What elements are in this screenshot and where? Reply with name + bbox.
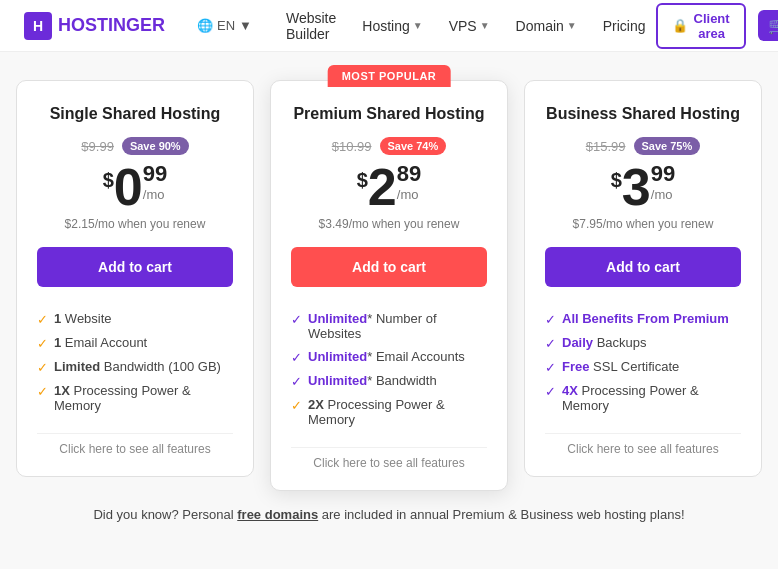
feature-item: ✓ 1 Website xyxy=(37,307,233,331)
feature-bold: Unlimited xyxy=(308,311,367,326)
see-all-features-link[interactable]: Click here to see all features xyxy=(545,433,741,456)
free-domains-link[interactable]: free domains xyxy=(237,507,318,522)
see-all-features-link[interactable]: Click here to see all features xyxy=(291,447,487,470)
price-display: $ 3 99 /mo xyxy=(545,161,741,213)
price-dollar: $ xyxy=(103,169,114,192)
feature-bold: Unlimited xyxy=(308,373,367,388)
feature-bold: Limited xyxy=(54,359,100,374)
check-icon: ✓ xyxy=(37,384,48,399)
feature-text: Bandwidth (100 GB) xyxy=(100,359,221,374)
feature-bold: Daily xyxy=(562,335,593,350)
check-icon: ✓ xyxy=(291,350,302,365)
feature-item: ✓ All Benefits From Premium xyxy=(545,307,741,331)
nav-link-label: Hosting xyxy=(362,18,409,34)
feature-item: ✓ Daily Backups xyxy=(545,331,741,355)
main-content: Single Shared Hosting $9.99 Save 90% $ 0… xyxy=(0,52,778,568)
feature-item: ✓ 2X Processing Power & Memory xyxy=(291,393,487,431)
pricing-card-single: Single Shared Hosting $9.99 Save 90% $ 0… xyxy=(16,80,254,477)
cart-icon: 🛒 xyxy=(768,17,778,34)
chevron-down-icon: ▼ xyxy=(567,20,577,31)
see-all-features-link[interactable]: Click here to see all features xyxy=(37,433,233,456)
logo-icon: H xyxy=(24,12,52,40)
nav-actions: 🔒 Client area 🛒 1 xyxy=(656,3,778,49)
feature-text: SSL Certificate xyxy=(589,359,679,374)
feature-bold: 1X xyxy=(54,383,70,398)
navbar: H HOSTINGER 🌐 EN ▼ Website Builder Hosti… xyxy=(0,0,778,52)
feature-item: ✓ 1 Email Account xyxy=(37,331,233,355)
language-label: EN xyxy=(217,18,235,33)
chevron-down-icon: ▼ xyxy=(413,20,423,31)
feature-item: ✓ Unlimited* Number of Websites xyxy=(291,307,487,345)
feature-bold: Unlimited xyxy=(308,349,367,364)
feature-text: Processing Power & Memory xyxy=(308,397,445,427)
chevron-down-icon: ▼ xyxy=(480,20,490,31)
lock-icon: 🔒 xyxy=(672,18,688,33)
feature-item: ✓ Unlimited* Bandwidth xyxy=(291,369,487,393)
check-icon: ✓ xyxy=(291,398,302,413)
price-dollar: $ xyxy=(357,169,368,192)
footer-text-after: are included in annual Premium & Busines… xyxy=(322,507,685,522)
cart-button[interactable]: 🛒 1 xyxy=(758,10,778,41)
price-cents-mo: 99 /mo xyxy=(651,161,675,202)
nav-link-hosting[interactable]: Hosting ▼ xyxy=(352,12,432,40)
card-title: Business Shared Hosting xyxy=(545,105,741,123)
pricing-card-premium: MOST POPULAR Premium Shared Hosting $10.… xyxy=(270,80,508,491)
check-icon: ✓ xyxy=(545,360,556,375)
client-area-button[interactable]: 🔒 Client area xyxy=(656,3,746,49)
card-title: Single Shared Hosting xyxy=(37,105,233,123)
renew-price: $7.95/mo when you renew xyxy=(545,217,741,231)
pricing-row: $15.99 Save 75% xyxy=(545,137,741,155)
features-list: ✓ 1 Website ✓ 1 Email Account ✓ Limited … xyxy=(37,307,233,417)
add-to-cart-button[interactable]: Add to cart xyxy=(37,247,233,287)
price-mo: /mo xyxy=(143,187,165,202)
nav-link-vps[interactable]: VPS ▼ xyxy=(439,12,500,40)
pricing-cards: Single Shared Hosting $9.99 Save 90% $ 0… xyxy=(16,80,762,491)
check-icon: ✓ xyxy=(37,336,48,351)
nav-link-label: Website Builder xyxy=(286,10,336,42)
chevron-down-icon: ▼ xyxy=(239,18,252,33)
check-icon: ✓ xyxy=(37,360,48,375)
card-title: Premium Shared Hosting xyxy=(291,105,487,123)
footer-note: Did you know? Personal free domains are … xyxy=(16,491,762,538)
renew-price: $2.15/mo when you renew xyxy=(37,217,233,231)
feature-bold: 4X xyxy=(562,383,578,398)
pricing-card-business: Business Shared Hosting $15.99 Save 75% … xyxy=(524,80,762,477)
pricing-row: $10.99 Save 74% xyxy=(291,137,487,155)
add-to-cart-button[interactable]: Add to cart xyxy=(545,247,741,287)
save-badge: Save 75% xyxy=(634,137,701,155)
check-icon: ✓ xyxy=(545,336,556,351)
language-selector[interactable]: 🌐 EN ▼ xyxy=(197,18,252,33)
original-price: $9.99 xyxy=(81,139,114,154)
price-cents: 89 xyxy=(397,161,421,187)
price-amount: 3 xyxy=(622,161,651,213)
price-cents-mo: 99 /mo xyxy=(143,161,167,202)
check-icon: ✓ xyxy=(291,312,302,327)
check-icon: ✓ xyxy=(291,374,302,389)
renew-price: $3.49/mo when you renew xyxy=(291,217,487,231)
price-display: $ 2 89 /mo xyxy=(291,161,487,213)
price-cents-mo: 89 /mo xyxy=(397,161,421,202)
feature-item: ✓ Unlimited* Email Accounts xyxy=(291,345,487,369)
feature-text: Processing Power & Memory xyxy=(54,383,191,413)
add-to-cart-button[interactable]: Add to cart xyxy=(291,247,487,287)
nav-links: Website Builder Hosting ▼ VPS ▼ Domain ▼… xyxy=(276,4,656,48)
logo[interactable]: H HOSTINGER xyxy=(24,12,165,40)
feature-bold: All Benefits From Premium xyxy=(562,311,729,326)
price-cents: 99 xyxy=(651,161,675,187)
feature-item: ✓ Limited Bandwidth (100 GB) xyxy=(37,355,233,379)
price-cents: 99 xyxy=(143,161,167,187)
nav-link-domain[interactable]: Domain ▼ xyxy=(506,12,587,40)
nav-link-pricing[interactable]: Pricing xyxy=(593,12,656,40)
nav-link-website-builder[interactable]: Website Builder xyxy=(276,4,346,48)
feature-bold: 2X xyxy=(308,397,324,412)
footer-text-before: Did you know? Personal xyxy=(93,507,237,522)
logo-text: HOSTINGER xyxy=(58,15,165,36)
check-icon: ✓ xyxy=(545,384,556,399)
save-badge: Save 90% xyxy=(122,137,189,155)
pricing-row: $9.99 Save 90% xyxy=(37,137,233,155)
feature-item: ✓ 4X Processing Power & Memory xyxy=(545,379,741,417)
features-list: ✓ Unlimited* Number of Websites ✓ Unlimi… xyxy=(291,307,487,431)
feature-item: ✓ Free SSL Certificate xyxy=(545,355,741,379)
feature-text: Backups xyxy=(593,335,646,350)
features-list: ✓ All Benefits From Premium ✓ Daily Back… xyxy=(545,307,741,417)
